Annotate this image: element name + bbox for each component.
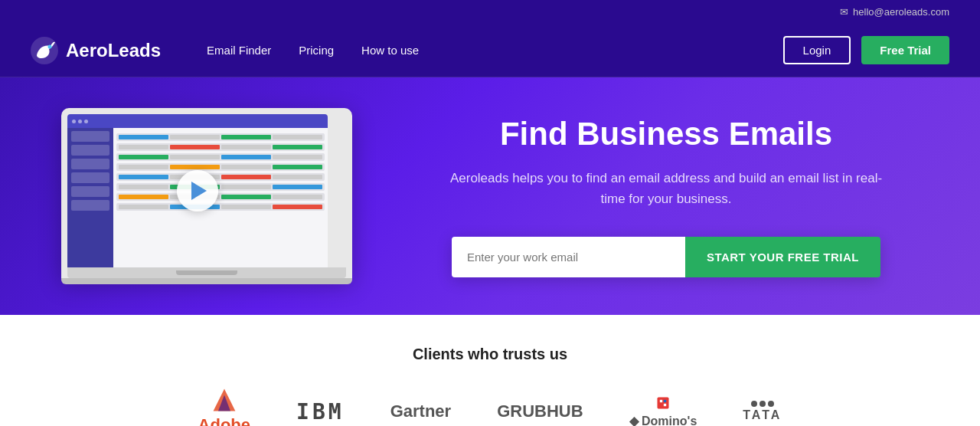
top-bar: ✉ hello@aeroleads.com: [0, 0, 980, 24]
client-logo-adobe: Adobe: [198, 388, 250, 426]
hero-content: Find Business Emails Aeroleads helps you…: [368, 115, 934, 277]
client-logo-grubhub: GRUBHUB: [497, 401, 583, 421]
laptop-base: [67, 267, 346, 278]
client-logo-tata: TATA: [743, 401, 782, 422]
laptop-sidebar: [67, 128, 113, 267]
table-row: [116, 203, 325, 211]
nav-pricing[interactable]: Pricing: [299, 44, 334, 57]
contact-email: ✉ hello@aeroleads.com: [840, 6, 949, 18]
nav-actions: Login Free Trial: [783, 36, 949, 64]
mail-icon: ✉: [840, 6, 848, 18]
tata-dots: [751, 401, 774, 407]
adobe-icon: [212, 388, 237, 412]
free-trial-button[interactable]: Free Trial: [861, 36, 949, 64]
laptop-stand: [61, 278, 352, 284]
table-row: [116, 163, 325, 171]
laptop-mockup: [61, 108, 352, 284]
table-row: [116, 183, 325, 191]
sidebar-item: [71, 131, 109, 142]
cta-form: START YOUR FREE TRIAL: [452, 237, 880, 277]
logo-text: AeroLeads: [66, 40, 161, 61]
sidebar-item: [71, 172, 109, 183]
table-row: [116, 133, 325, 141]
tata-dot: [768, 401, 774, 407]
laptop-dot: [84, 120, 88, 123]
gartner-label: Gartner: [390, 401, 451, 421]
clients-logos: Adobe IBM Gartner GRUBHUB ◆ Domino's: [46, 388, 934, 426]
logo-icon: [31, 37, 58, 64]
table-row: [116, 153, 325, 161]
svg-rect-6: [664, 403, 666, 405]
client-logo-dominos: ◆ Domino's: [629, 395, 697, 427]
tata-dot: [760, 401, 766, 407]
nav-email-finder[interactable]: Email Finder: [207, 44, 271, 57]
hero-laptop: [46, 108, 368, 284]
sidebar-item: [71, 186, 109, 197]
dominos-label: ◆ Domino's: [629, 414, 697, 427]
logo[interactable]: AeroLeads: [31, 37, 161, 64]
sidebar-item: [71, 145, 109, 156]
cta-start-button[interactable]: START YOUR FREE TRIAL: [685, 237, 880, 277]
table-row: [116, 173, 325, 181]
client-logo-ibm: IBM: [296, 399, 345, 424]
client-logo-gartner: Gartner: [390, 401, 451, 421]
laptop-dot: [78, 120, 82, 123]
grubhub-label: GRUBHUB: [497, 401, 583, 421]
clients-title: Clients who trusts us: [46, 346, 934, 363]
play-button[interactable]: [177, 170, 218, 211]
dominos-icon: [655, 395, 671, 411]
laptop-dot: [72, 120, 76, 123]
svg-point-1: [48, 44, 52, 48]
clients-section: Clients who trusts us Adobe IBM Gartner …: [0, 315, 980, 426]
table-row: [116, 193, 325, 201]
svg-rect-7: [664, 399, 666, 401]
laptop-screen: [67, 114, 328, 267]
laptop-topbar: [67, 114, 328, 128]
login-button[interactable]: Login: [783, 36, 851, 64]
hero-section: Find Business Emails Aeroleads helps you…: [0, 77, 980, 315]
tata-dot: [751, 401, 757, 407]
sidebar-item: [71, 159, 109, 169]
hero-title: Find Business Emails: [500, 115, 832, 153]
laptop-notch: [176, 270, 237, 275]
play-icon: [191, 182, 207, 200]
email-input[interactable]: [452, 237, 685, 277]
navbar: AeroLeads Email Finder Pricing How to us…: [0, 24, 980, 77]
svg-rect-5: [660, 399, 662, 401]
svg-rect-4: [657, 397, 668, 408]
laptop-screen-outer: [61, 108, 352, 278]
tata-label: TATA: [743, 408, 782, 422]
nav-how-to-use[interactable]: How to use: [361, 44, 419, 57]
hero-subtitle: Aeroleads helps you to find an email add…: [444, 168, 888, 209]
sidebar-item: [71, 200, 109, 211]
ibm-label: IBM: [296, 399, 345, 424]
table-row: [116, 143, 325, 151]
nav-links: Email Finder Pricing How to use: [207, 44, 783, 57]
laptop-content: [113, 128, 328, 267]
adobe-label: Adobe: [198, 415, 250, 426]
